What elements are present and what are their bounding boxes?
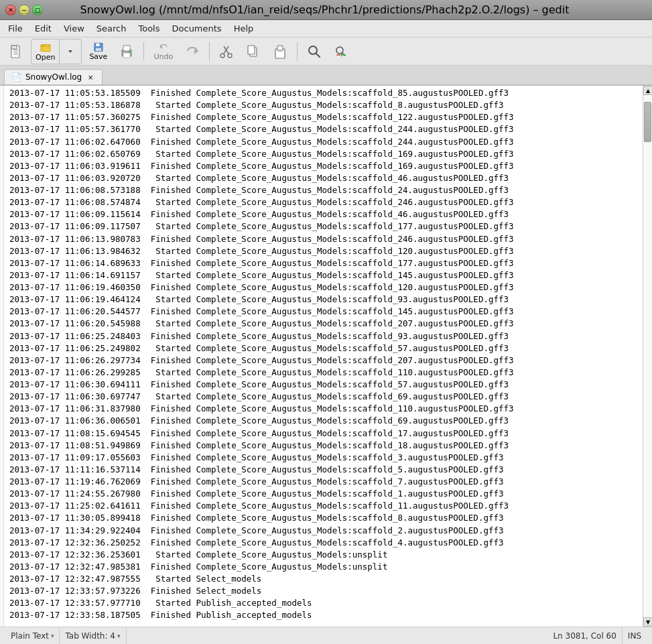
svg-rect-11 xyxy=(123,46,130,51)
menubar: File Edit View Search Tools Documents He… xyxy=(0,20,652,38)
find-button[interactable] xyxy=(302,40,326,64)
plain-text-status[interactable]: Plain Text ▾ xyxy=(5,627,60,644)
tab-width-status[interactable]: Tab Width: 4 ▾ xyxy=(60,627,126,644)
editor-area: 2013-07-17 11:05:53.185509 Finished Comp… xyxy=(0,86,652,627)
svg-rect-21 xyxy=(248,46,255,54)
cut-button[interactable] xyxy=(214,40,239,64)
toolbar: Open Save Undo xyxy=(0,38,652,66)
plain-text-label: Plain Text xyxy=(11,631,49,641)
tab-width-chevron: ▾ xyxy=(117,633,121,639)
tabbar: 📄 SnowyOwl.log × xyxy=(0,66,652,86)
copy-button[interactable] xyxy=(241,40,265,64)
print-button[interactable] xyxy=(115,40,139,64)
open-dropdown-arrow[interactable] xyxy=(60,40,81,64)
menu-edit[interactable]: Edit xyxy=(29,21,57,36)
save-button[interactable]: Save xyxy=(84,40,112,64)
svg-rect-1 xyxy=(11,46,17,49)
scroll-thumb[interactable] xyxy=(644,102,651,142)
separator-1 xyxy=(143,42,144,61)
open-button-group: Open xyxy=(31,39,82,64)
statusbar: Plain Text ▾ Tab Width: 4 ▾ Ln 3081, Col… xyxy=(0,627,652,644)
menu-search[interactable]: Search xyxy=(91,21,132,36)
svg-point-13 xyxy=(129,50,131,52)
editor-content[interactable]: 2013-07-17 11:05:53.185509 Finished Comp… xyxy=(4,86,643,627)
menu-tools[interactable]: Tools xyxy=(133,21,165,36)
tab-close-button[interactable]: × xyxy=(86,72,95,82)
replace-button[interactable] xyxy=(329,40,353,64)
undo-button[interactable]: Undo xyxy=(149,40,178,64)
svg-rect-8 xyxy=(96,43,100,46)
paste-button[interactable] xyxy=(268,40,292,64)
separator-2 xyxy=(209,42,210,61)
redo-button[interactable] xyxy=(180,40,204,64)
cursor-position-label: Ln 3081, Col 60 xyxy=(553,631,616,641)
svg-marker-6 xyxy=(68,50,72,53)
tab-label: SnowyOwl.log xyxy=(25,72,82,82)
plain-text-chevron: ▾ xyxy=(51,633,54,639)
new-button[interactable] xyxy=(4,40,28,64)
vertical-scrollbar[interactable]: ▲ ▼ xyxy=(643,86,652,627)
close-button[interactable]: ✕ xyxy=(5,5,16,15)
window-title: SnowyOwl.log (/mnt/md/nfsO1/ian_reid/seq… xyxy=(80,3,570,16)
open-label: Open xyxy=(36,53,55,62)
open-button[interactable]: Open xyxy=(31,40,60,64)
cursor-position-status: Ln 3081, Col 60 xyxy=(547,627,622,644)
menu-file[interactable]: File xyxy=(3,21,28,36)
svg-rect-24 xyxy=(278,46,282,49)
tab-icon: 📄 xyxy=(11,72,21,82)
titlebar: ✕ − □ SnowyOwl.log (/mnt/md/nfsO1/ian_re… xyxy=(0,0,652,20)
maximize-button[interactable]: □ xyxy=(32,5,43,15)
scroll-down-arrow[interactable]: ▼ xyxy=(643,617,652,627)
svg-line-26 xyxy=(316,53,320,57)
insert-mode-label: INS xyxy=(628,631,641,641)
save-label: Save xyxy=(89,52,107,61)
menu-documents[interactable]: Documents xyxy=(167,21,227,36)
insert-mode-status[interactable]: INS xyxy=(623,627,647,644)
tab-width-label: Tab Width: 4 xyxy=(65,631,115,641)
svg-rect-9 xyxy=(95,48,102,51)
svg-point-18 xyxy=(220,54,224,58)
scroll-track[interactable] xyxy=(643,95,652,617)
svg-rect-12 xyxy=(123,53,130,58)
window-controls: ✕ − □ xyxy=(5,5,43,15)
separator-3 xyxy=(297,42,298,61)
undo-label: Undo xyxy=(153,52,173,61)
minimize-button[interactable]: − xyxy=(19,5,29,15)
tab-snowyowl[interactable]: 📄 SnowyOwl.log × xyxy=(4,69,103,84)
svg-point-19 xyxy=(228,54,232,58)
menu-view[interactable]: View xyxy=(58,21,90,36)
menu-help[interactable]: Help xyxy=(229,21,259,36)
scroll-up-arrow[interactable]: ▲ xyxy=(643,86,652,95)
